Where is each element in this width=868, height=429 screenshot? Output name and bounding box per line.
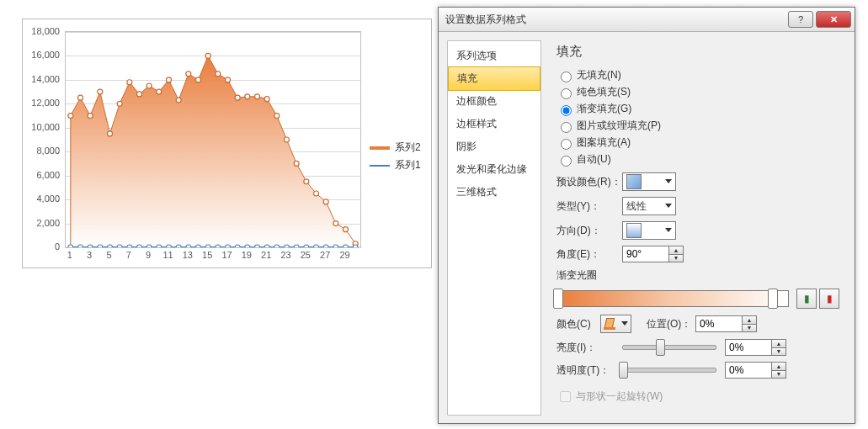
svg-point-23 <box>294 161 299 166</box>
fill-radio-gradient[interactable]: 渐变填充(G) <box>556 102 839 116</box>
titlebar[interactable]: 设置数据系列格式 ? ✕ <box>439 8 855 32</box>
position-input[interactable] <box>695 315 742 332</box>
legend-label: 系列1 <box>395 158 421 172</box>
transparency-slider-thumb[interactable] <box>619 362 628 379</box>
close-button[interactable]: ✕ <box>816 11 851 28</box>
preset-color-dropdown[interactable] <box>622 172 676 191</box>
category-tab[interactable]: 系列选项 <box>448 45 541 67</box>
help-button[interactable]: ? <box>788 11 813 28</box>
svg-point-5 <box>117 101 122 106</box>
y-tick-label: 2,000 <box>36 218 60 228</box>
svg-point-14 <box>205 53 210 58</box>
paint-bucket-icon <box>604 318 615 330</box>
add-stop-button[interactable]: ▮ <box>796 289 817 309</box>
category-tab[interactable]: 阴影 <box>448 135 541 158</box>
fill-radio-none[interactable]: 无填充(N) <box>556 68 839 82</box>
gradient-type-value: 线性 <box>626 199 647 214</box>
x-tick-label: 19 <box>242 250 252 260</box>
svg-point-55 <box>314 245 319 247</box>
label-position: 位置(O)： <box>647 317 695 331</box>
category-tab[interactable]: 三维格式 <box>448 181 541 204</box>
legend-item-series2[interactable]: 系列2 <box>370 140 427 155</box>
fill-radio-pattern[interactable]: 图案填充(A) <box>556 135 839 150</box>
x-tick-label: 9 <box>146 250 151 260</box>
radio-label: 纯色填充(S) <box>577 85 631 99</box>
format-data-series-dialog[interactable]: 设置数据系列格式 ? ✕ 系列选项填充边框颜色边框样式阴影发光和柔化边缘三维格式… <box>438 7 855 424</box>
remove-stop-button[interactable]: ▮ <box>819 289 839 309</box>
label-brightness: 亮度(I)： <box>556 341 622 355</box>
angle-spinner[interactable]: ▲▼ <box>622 246 684 262</box>
svg-point-28 <box>343 227 349 232</box>
label-preset: 预设颜色(R)： <box>556 175 622 189</box>
y-tick-label: 4,000 <box>36 193 60 204</box>
stop-color-button[interactable] <box>600 315 631 333</box>
radio-input[interactable] <box>561 122 572 133</box>
x-tick-label: 13 <box>183 250 193 260</box>
brightness-slider[interactable] <box>622 345 716 350</box>
category-tab[interactable]: 填充 <box>448 66 541 91</box>
radio-input[interactable] <box>561 156 572 167</box>
y-tick-label: 16,000 <box>31 50 60 60</box>
svg-point-48 <box>245 245 250 247</box>
svg-point-12 <box>186 72 191 77</box>
fill-radio-picture[interactable]: 图片或纹理填充(P) <box>556 119 839 133</box>
gradient-stop-strip[interactable] <box>556 290 789 307</box>
label-rotate: 与形状一起旋转(W) <box>576 389 663 404</box>
direction-dropdown[interactable] <box>622 221 676 240</box>
legend-item-series1[interactable]: 系列1 <box>370 158 427 172</box>
legend[interactable]: 系列2 系列1 <box>370 137 427 176</box>
svg-point-56 <box>323 245 328 247</box>
svg-point-13 <box>196 77 201 82</box>
x-tick-label: 23 <box>280 250 290 260</box>
category-tab[interactable]: 边框样式 <box>448 113 541 135</box>
category-tab[interactable]: 边框颜色 <box>448 90 541 113</box>
svg-point-49 <box>255 245 260 247</box>
gradient-stop-handle[interactable] <box>768 289 778 309</box>
radio-label: 无填充(N) <box>577 68 621 82</box>
svg-point-6 <box>127 80 132 85</box>
fill-radio-solid[interactable]: 纯色填充(S) <box>556 85 839 99</box>
radio-input[interactable] <box>561 105 572 116</box>
radio-label: 自动(U) <box>577 152 611 167</box>
x-tick-label: 25 <box>301 250 311 260</box>
transparency-input[interactable] <box>725 362 771 379</box>
angle-input[interactable] <box>622 246 668 262</box>
position-spinner[interactable]: ▲▼ <box>695 315 757 332</box>
position-spin-buttons[interactable]: ▲▼ <box>742 315 757 332</box>
transparency-slider[interactable] <box>622 368 716 373</box>
y-tick-label: 6,000 <box>36 170 60 180</box>
fill-radio-auto[interactable]: 自动(U) <box>556 152 839 167</box>
x-tick-label: 3 <box>87 250 92 260</box>
svg-point-37 <box>137 245 142 247</box>
gradient-stop-handle[interactable] <box>553 289 563 309</box>
plot-area[interactable] <box>65 31 361 248</box>
chart-container[interactable]: 02,0004,0006,0008,00010,00012,00014,0001… <box>22 19 432 268</box>
brightness-slider-thumb[interactable] <box>656 339 665 356</box>
radio-label: 图片或纹理填充(P) <box>577 119 661 133</box>
svg-point-1 <box>78 95 83 100</box>
transparency-spin-buttons[interactable]: ▲▼ <box>771 362 786 379</box>
brightness-spinner[interactable]: ▲▼ <box>725 339 786 356</box>
x-tick-label: 27 <box>320 250 330 260</box>
direction-swatch-icon <box>626 223 642 238</box>
brightness-spin-buttons[interactable]: ▲▼ <box>771 339 786 356</box>
svg-point-40 <box>167 245 172 247</box>
legend-label: 系列2 <box>395 140 421 155</box>
category-tab[interactable]: 发光和柔化边缘 <box>448 158 541 181</box>
svg-point-35 <box>117 245 122 247</box>
label-transparency: 透明度(T)： <box>556 363 622 378</box>
y-tick-label: 8,000 <box>36 146 60 156</box>
y-tick-label: 0 <box>55 241 60 252</box>
gradient-type-dropdown[interactable]: 线性 <box>622 197 676 215</box>
brightness-input[interactable] <box>725 339 771 356</box>
radio-input[interactable] <box>561 72 572 82</box>
svg-point-47 <box>235 245 240 247</box>
transparency-spinner[interactable]: ▲▼ <box>725 362 786 379</box>
radio-input[interactable] <box>561 88 572 99</box>
svg-point-25 <box>314 191 319 196</box>
rotate-with-shape-checkbox <box>560 391 571 402</box>
angle-spin-buttons[interactable]: ▲▼ <box>668 246 684 262</box>
svg-point-52 <box>285 245 290 247</box>
radio-input[interactable] <box>561 139 572 150</box>
y-tick-label: 12,000 <box>31 98 60 108</box>
